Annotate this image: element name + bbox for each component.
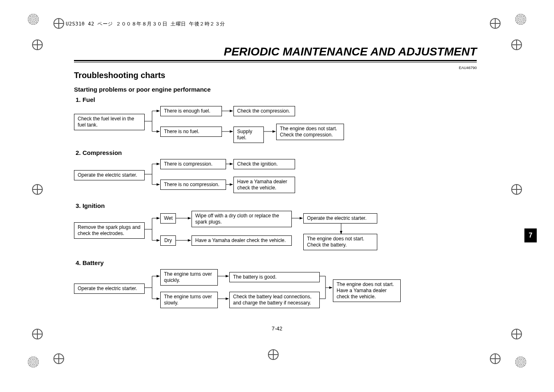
reg-mark-left-mid (32, 184, 43, 195)
block-title-compression: 2. Compression (76, 149, 477, 156)
chapter-title: PERIODIC MAINTENANCE AND ADJUSTMENT (74, 45, 477, 61)
fuel-optB-next: Supply fuel. (233, 127, 264, 143)
corner-mark-tl (27, 13, 39, 25)
fuel-optB: There is no fuel. (160, 127, 222, 137)
corner-mark-br (515, 356, 527, 368)
battery-optA-next: The battery is good. (229, 272, 320, 282)
reg-mark-right-mid (511, 184, 522, 195)
ignition-start: Remove the spark plugs and check the ele… (74, 222, 145, 239)
block-title-ignition: 3. Ignition (76, 202, 477, 209)
section-title: Troubleshooting charts (74, 71, 477, 80)
fuel-optB-result: The engine does not start. Check the com… (276, 124, 344, 140)
compression-start: Operate the electric starter. (74, 170, 145, 180)
reg-mark-header-left (53, 18, 64, 29)
reg-mark-footer-left (53, 353, 64, 364)
subsection-title: Starting problems or poor engine perform… (74, 86, 477, 93)
ignition-optA-next: Wipe off with a dry cloth or replace the… (192, 211, 292, 227)
compression-optA-next: Check the ignition. (233, 159, 295, 169)
corner-mark-tr (515, 13, 527, 25)
fuel-start: Check the fuel level in the fuel tank. (74, 114, 145, 130)
compression-optB-next: Have a Yamaha dealer check the vehicle. (233, 177, 295, 193)
print-header-strip: U2S310 42 ページ ２００８年８月３０日 土曜日 午後２時２３分 (66, 21, 225, 28)
ignition-optA: Wet (160, 213, 176, 224)
battery-optB: The engine turns over slowly. (160, 292, 218, 308)
reg-mark-right-lower (511, 329, 522, 339)
reg-mark-footer-right (490, 353, 501, 364)
fuel-optA-next: Check the compression. (233, 106, 295, 116)
ignition-result: The engine does not start. Check the bat… (303, 234, 377, 250)
doc-code: EAU46790 (459, 66, 477, 70)
reg-mark-left-lower (32, 329, 43, 339)
chapter-rule (74, 62, 477, 62)
ignition-optB: Dry (160, 235, 176, 246)
reg-mark-header-right (490, 18, 501, 29)
flow-ignition: Remove the spark plugs and check the ele… (74, 211, 477, 252)
reg-mark-left-upper (32, 39, 43, 50)
flow-compression: Operate the electric starter. There is c… (74, 158, 477, 195)
ignition-optA-next2: Operate the electric starter. (303, 213, 377, 224)
fuel-optA: There is enough fuel. (160, 106, 222, 116)
block-title-fuel: 1. Fuel (76, 96, 477, 103)
reg-mark-top (268, 349, 279, 360)
battery-optA: The engine turns over quickly. (160, 269, 218, 286)
chapter-side-tab: 7 (524, 228, 537, 242)
corner-mark-bl (27, 356, 39, 368)
battery-result: The engine does not start. Have a Yamaha… (333, 279, 401, 302)
flow-fuel: Check the fuel level in the fuel tank. T… (74, 105, 477, 142)
ignition-optB-next: Have a Yamaha dealer check the vehicle. (192, 235, 292, 246)
block-title-battery: 4. Battery (76, 259, 477, 266)
battery-optB-next: Check the battery lead connections, and … (229, 292, 320, 308)
compression-optB: There is no compression. (160, 180, 226, 190)
compression-optA: There is compression. (160, 159, 226, 169)
battery-start: Operate the electric starter. (74, 284, 145, 294)
flow-battery: Operate the electric starter. The engine… (74, 268, 477, 309)
page-number: 7-42 (272, 325, 282, 332)
reg-mark-right-upper (511, 39, 522, 50)
